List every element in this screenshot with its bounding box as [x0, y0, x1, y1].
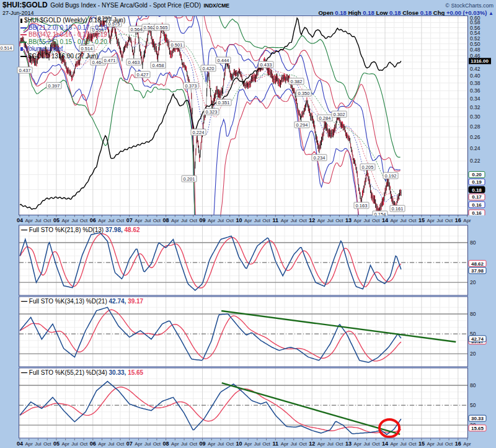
- svg-text:Oct: Oct: [190, 441, 198, 447]
- svg-text:Oct: Oct: [117, 218, 125, 223]
- svg-text:Apr: Apr: [98, 218, 106, 223]
- legend-bb21-text: BB(21,2.0) 0.16 - 0.17 - 0.19: [29, 24, 107, 31]
- legend-row-volume: Volume undef: [20, 45, 125, 53]
- svg-text:Oct: Oct: [335, 218, 343, 223]
- svg-text:0.46: 0.46: [470, 53, 480, 59]
- symbol-label: $HUI:$GOLD: [2, 1, 48, 9]
- svg-text:Oct: Oct: [262, 441, 270, 447]
- svg-text:16: 16: [455, 217, 461, 223]
- svg-text:Oct: Oct: [372, 218, 380, 223]
- svg-text:80: 80: [470, 382, 476, 388]
- svg-text:0.397: 0.397: [48, 83, 60, 89]
- volume-bars-icon: [20, 47, 23, 51]
- svg-text:0.30: 0.30: [470, 114, 480, 120]
- sto3-line-icon: —: [21, 369, 27, 376]
- svg-text:80: 80: [470, 240, 476, 246]
- exchange-label: INDX/CME: [203, 2, 229, 9]
- svg-text:Apr: Apr: [281, 441, 289, 447]
- svg-text:05: 05: [53, 441, 60, 447]
- svg-text:0.16: 0.16: [472, 202, 482, 208]
- bb55-line-icon: [20, 42, 27, 43]
- svg-text:Apr: Apr: [98, 441, 106, 447]
- svg-text:37.98: 37.98: [471, 268, 484, 274]
- symbol-description: Gold Bugs Index - NYSE Arca/Gold - Spot …: [50, 2, 201, 9]
- svg-text:0.302: 0.302: [334, 112, 345, 117]
- svg-text:14: 14: [382, 217, 388, 223]
- svg-text:Jul: Jul: [144, 441, 151, 447]
- svg-text:10: 10: [236, 217, 242, 223]
- svg-text:20: 20: [470, 351, 476, 357]
- svg-text:Apr: Apr: [390, 441, 398, 447]
- svg-text:Oct: Oct: [153, 441, 161, 447]
- svg-text:0.18: 0.18: [472, 187, 482, 193]
- sto2-k-value: 42.74,: [109, 298, 126, 305]
- svg-text:Jul: Jul: [218, 441, 224, 447]
- svg-text:Jul: Jul: [144, 218, 151, 223]
- bb34-line-icon: [20, 34, 27, 35]
- stockcharts-copyright-link[interactable]: © StockCharts.com: [445, 2, 494, 9]
- svg-text:Apr: Apr: [463, 441, 471, 447]
- bb21-line-icon: [20, 27, 27, 29]
- legend-row-gold: $GOLD 1316.00 (27 Jun): [20, 53, 125, 60]
- sto3-k-value: 30.33,: [109, 369, 126, 376]
- svg-text:0.564: 0.564: [131, 27, 143, 32]
- svg-text:Apr: Apr: [25, 441, 33, 447]
- sto1-legend: — Full STO %K(21,8) %D(13) 37.98, 48.62: [21, 226, 140, 233]
- svg-text:Oct: Oct: [43, 218, 51, 223]
- svg-text:07: 07: [126, 441, 133, 447]
- svg-text:16: 16: [455, 441, 461, 447]
- svg-text:Apr: Apr: [354, 441, 362, 447]
- svg-text:0.32: 0.32: [470, 104, 480, 110]
- svg-text:0.161: 0.161: [392, 206, 404, 212]
- svg-text:15: 15: [418, 217, 425, 223]
- legend-row-bb21: BB(21,2.0) 0.16 - 0.17 - 0.19: [20, 24, 125, 32]
- svg-text:Jul: Jul: [436, 441, 443, 447]
- svg-text:Oct: Oct: [153, 218, 161, 223]
- svg-text:Oct: Oct: [117, 441, 125, 447]
- svg-text:Oct: Oct: [226, 441, 234, 447]
- svg-text:0.16: 0.16: [472, 210, 482, 215]
- svg-text:50: 50: [470, 402, 476, 408]
- svg-text:Jul: Jul: [35, 218, 41, 223]
- svg-text:12: 12: [309, 441, 315, 447]
- svg-text:Oct: Oct: [299, 441, 307, 447]
- svg-text:Apr: Apr: [244, 441, 252, 447]
- svg-text:Jul: Jul: [291, 218, 297, 223]
- svg-text:Jul: Jul: [400, 441, 406, 447]
- legend-row-bb55: BB(55,2.5) 0.15 - 0.18 - 0.20: [20, 38, 125, 46]
- sto2-legend: — Full STO %K(34,13) %D(21) 42.74, 39.17: [21, 298, 143, 305]
- svg-text:Jul: Jul: [35, 441, 41, 447]
- svg-text:09: 09: [199, 217, 205, 223]
- sto2-d-value: 39.17: [128, 298, 143, 305]
- svg-text:14: 14: [382, 441, 388, 447]
- svg-text:0.42: 0.42: [470, 66, 480, 72]
- svg-text:12: 12: [309, 217, 315, 223]
- svg-text:0.433: 0.433: [260, 62, 272, 68]
- chart-title: $HUI:$GOLD Gold Bugs Index - NYSE Arca/G…: [2, 1, 229, 9]
- svg-text:08: 08: [163, 441, 169, 447]
- svg-text:Jul: Jul: [363, 441, 370, 447]
- svg-text:0.38: 0.38: [470, 80, 480, 86]
- svg-text:Apr: Apr: [25, 218, 33, 223]
- svg-text:0.501: 0.501: [171, 42, 183, 48]
- svg-text:0.284: 0.284: [319, 115, 331, 121]
- svg-text:05: 05: [53, 217, 60, 223]
- svg-text:Apr: Apr: [61, 218, 69, 223]
- svg-text:Jul: Jul: [436, 218, 443, 223]
- stockcharts-chart-page: $HUI:$GOLD Gold Bugs Index - NYSE Arca/G…: [0, 0, 496, 448]
- svg-text:Oct: Oct: [409, 218, 417, 223]
- svg-text:Apr: Apr: [171, 218, 179, 223]
- svg-text:Jul: Jul: [400, 218, 406, 223]
- svg-text:0.34: 0.34: [470, 96, 480, 102]
- svg-text:09: 09: [199, 441, 205, 447]
- svg-text:Apr: Apr: [135, 218, 143, 223]
- svg-text:Apr: Apr: [281, 218, 289, 223]
- svg-text:Apr: Apr: [61, 441, 69, 447]
- svg-text:Oct: Oct: [409, 441, 417, 447]
- svg-text:20: 20: [470, 279, 476, 285]
- svg-text:0.514: 0.514: [1, 45, 12, 51]
- svg-text:Apr: Apr: [317, 441, 326, 447]
- legend-symbol-text: $HUI:$GOLD (Weekly) 0.18 (27 Jun): [24, 17, 125, 24]
- legend-gold-text: $GOLD 1316.00 (27 Jun): [29, 53, 98, 60]
- svg-text:0.40: 0.40: [470, 73, 480, 79]
